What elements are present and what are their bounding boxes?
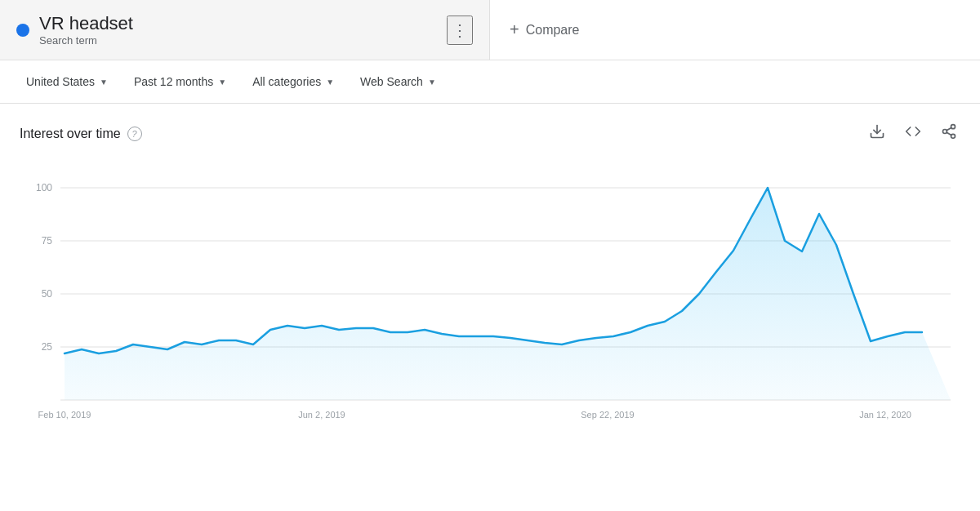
search-term-left: VR headset Search term: [16, 13, 133, 47]
share-button[interactable]: [938, 120, 960, 147]
search-type-filter-label: Web Search: [360, 75, 423, 88]
period-filter-button[interactable]: Past 12 months ▼: [124, 69, 236, 95]
svg-text:Jun 2, 2019: Jun 2, 2019: [298, 410, 345, 420]
region-filter-label: United States: [26, 75, 95, 88]
chart-title-area: Interest over time ?: [20, 127, 142, 141]
svg-line-4: [947, 132, 951, 135]
compare-label: Compare: [526, 23, 580, 38]
period-chevron-icon: ▼: [218, 78, 226, 87]
svg-text:100: 100: [36, 182, 52, 193]
chart-section: Interest over time ?: [0, 104, 980, 427]
search-term-subtitle: Search term: [39, 34, 133, 47]
header: VR headset Search term ⋮ + Compare: [0, 0, 980, 60]
region-chevron-icon: ▼: [100, 78, 108, 87]
period-filter-label: Past 12 months: [134, 75, 213, 88]
svg-text:50: 50: [42, 288, 53, 300]
chart-header: Interest over time ?: [20, 120, 960, 147]
help-icon[interactable]: ?: [127, 127, 142, 141]
category-chevron-icon: ▼: [326, 78, 334, 87]
category-filter-button[interactable]: All categories ▼: [243, 69, 344, 95]
search-term-title: VR headset: [39, 13, 133, 34]
filters-bar: United States ▼ Past 12 months ▼ All cat…: [0, 60, 980, 104]
category-filter-label: All categories: [252, 75, 321, 88]
compare-section[interactable]: + Compare: [490, 20, 599, 39]
svg-text:75: 75: [42, 235, 53, 247]
trend-chart: 100 75 50 25 Feb 10, 2019 Jun 2, 2019 Se…: [20, 163, 960, 424]
region-filter-button[interactable]: United States ▼: [16, 69, 118, 95]
search-type-chevron-icon: ▼: [428, 78, 436, 87]
chart-title: Interest over time: [20, 127, 121, 141]
embed-button[interactable]: [902, 120, 924, 147]
download-button[interactable]: [866, 120, 889, 147]
search-term-text: VR headset Search term: [39, 13, 133, 47]
blue-dot-indicator: [16, 24, 29, 37]
svg-text:Sep 22, 2019: Sep 22, 2019: [581, 410, 634, 420]
search-term-card: VR headset Search term ⋮: [0, 0, 490, 60]
chart-actions: [866, 120, 960, 147]
search-type-filter-button[interactable]: Web Search ▼: [350, 69, 446, 95]
chart-container: 100 75 50 25 Feb 10, 2019 Jun 2, 2019 Se…: [20, 163, 960, 427]
svg-text:Jan 12, 2020: Jan 12, 2020: [859, 410, 911, 420]
more-options-button[interactable]: ⋮: [447, 16, 473, 45]
plus-icon: +: [510, 20, 519, 39]
svg-text:25: 25: [42, 341, 53, 353]
svg-text:Feb 10, 2019: Feb 10, 2019: [38, 410, 91, 420]
svg-line-5: [947, 127, 951, 130]
